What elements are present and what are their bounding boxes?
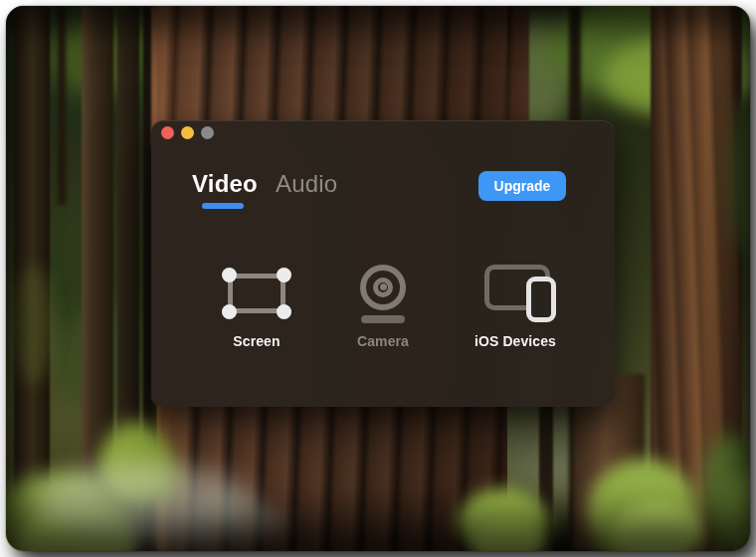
source-screen[interactable]: Screen (197, 262, 316, 349)
selection-handle (277, 304, 291, 319)
tab-video[interactable]: Video (192, 170, 258, 198)
active-tab-indicator (202, 203, 244, 209)
source-camera[interactable]: Camera (323, 262, 443, 349)
tab-audio[interactable]: Audio (276, 170, 337, 198)
screen-capture-icon (197, 262, 316, 325)
tab-bar: Video Audio (192, 170, 337, 198)
upgrade-button[interactable]: Upgrade (478, 171, 566, 201)
source-label: Screen (197, 333, 316, 349)
selection-handle (222, 268, 237, 282)
camera-icon (323, 262, 443, 325)
tree-trunk (58, 6, 66, 205)
close-button[interactable] (161, 126, 174, 139)
lens-inner-ring (373, 278, 393, 297)
zoom-button (201, 126, 214, 139)
selection-handle (222, 304, 237, 319)
app-window: Video Audio Upgrade Screen (151, 120, 615, 407)
fog-patch (125, 498, 284, 548)
minimize-button[interactable] (181, 126, 194, 139)
ios-devices-icon (456, 262, 575, 325)
lens-center-dot (380, 283, 387, 290)
foliage (12, 265, 54, 384)
source-ios-devices[interactable]: iOS Devices (456, 262, 575, 349)
camera-base (361, 315, 405, 323)
source-label: Camera (323, 333, 443, 349)
lens-outer-ring (360, 265, 406, 310)
selection-handle (277, 268, 291, 282)
source-label: iOS Devices (456, 333, 575, 349)
iphone-shape (526, 277, 556, 322)
